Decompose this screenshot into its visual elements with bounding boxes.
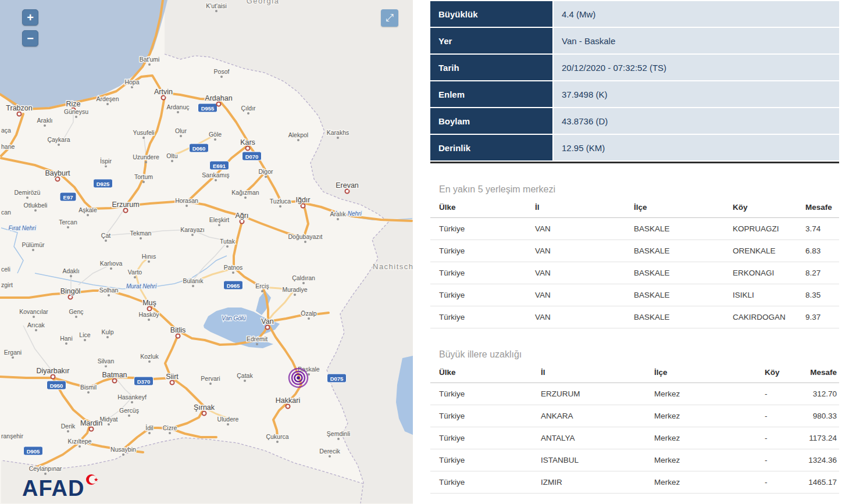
town-marker (304, 241, 306, 243)
place-label: Mardin (80, 419, 102, 427)
table-cell: ERZURUM (532, 383, 645, 405)
water-label: Murat Nehri (126, 283, 157, 289)
fullscreen-button[interactable]: ⤢ (381, 9, 398, 27)
city-marker (176, 334, 180, 338)
place-label: İspir (100, 158, 112, 165)
detail-row: Enlem37.9498 (K) (430, 81, 839, 107)
town-marker (87, 214, 89, 216)
place-label: Aşkale (79, 206, 97, 213)
table-cell: 6.83 (797, 240, 839, 262)
table-cell: Türkiye (430, 262, 526, 284)
place-label: Uludere (217, 416, 239, 423)
place-label: Hakkari (276, 396, 300, 405)
table-cell: - (756, 471, 808, 494)
place-label: Çaldıran (292, 274, 315, 281)
table-cell: - (756, 449, 808, 471)
place-label: Bismil (80, 384, 97, 391)
table-cell: ISTANBUL (532, 449, 645, 471)
place-label: Edremit (247, 335, 267, 342)
city-marker (90, 427, 94, 431)
epicenter-marker[interactable] (289, 369, 308, 387)
table-cell: VAN (526, 262, 625, 284)
town-marker (58, 144, 60, 146)
table-cell: Türkiye (430, 471, 532, 494)
town-marker (308, 317, 310, 320)
table-cell: VAN (526, 240, 625, 262)
town-marker (148, 260, 150, 263)
place-label: Kulp (101, 328, 113, 335)
town-marker (209, 383, 212, 385)
place-label: Digor (258, 168, 273, 175)
place-label: Hasköy (138, 311, 159, 318)
table-row: TürkiyeVANBASKALEERKONAGI8.27 (430, 262, 839, 284)
zoom-controls: + − (22, 9, 38, 47)
town-marker (265, 176, 267, 178)
place-label: Ağrı (236, 212, 249, 220)
road-shield-label: D070 (245, 153, 259, 160)
town-marker (108, 423, 110, 426)
table-cell: Türkiye (430, 240, 526, 262)
place-label: İdil (145, 424, 153, 431)
major-section-title: Büyük illere uzaklığı (439, 349, 839, 360)
place-label: Silvan (98, 358, 115, 364)
table-cell: 980.33 (808, 405, 839, 427)
town-marker (44, 473, 47, 475)
town-marker (169, 432, 171, 434)
town-marker (337, 218, 339, 220)
table-cell: 9.37 (797, 306, 839, 328)
table-row: TürkiyeVANBASKALEORENKALE6.83 (430, 240, 839, 262)
city-marker (51, 375, 55, 379)
place-label: Araklı (37, 117, 53, 124)
place-label: Göle (209, 131, 222, 138)
zoom-in-button[interactable]: + (22, 9, 38, 26)
place-label: Ergani (4, 349, 22, 356)
table-cell: 1173.24 (808, 427, 839, 449)
city-marker (113, 379, 117, 383)
place-label: Midyat (100, 416, 118, 423)
place-label: Batman (102, 371, 127, 379)
town-marker (131, 86, 133, 88)
town-marker (106, 103, 109, 105)
table-cell: Türkiye (430, 306, 526, 328)
place-label: Çukurca (266, 433, 288, 440)
town-marker (186, 205, 188, 207)
town-marker (142, 181, 145, 183)
column-header: İl (526, 197, 625, 218)
column-header: Köy (756, 362, 808, 383)
table-cell: BASKALE (625, 306, 724, 328)
map[interactable]: D955D060D070E691D925E97D965D950D370D905D… (0, 0, 413, 504)
town-marker (84, 339, 86, 341)
place-label: Horasan (175, 197, 198, 204)
town-marker (256, 343, 258, 345)
earthquake-summary: Büyüklük4.4 (Mw)YerVan - BaskaleTarih20/… (430, 0, 839, 163)
town-marker (134, 276, 136, 278)
zoom-out-button[interactable]: − (22, 30, 38, 47)
town-marker (337, 137, 339, 139)
place-label: Demirözü (15, 189, 41, 196)
town-marker (34, 209, 37, 212)
place-label: Bingöl (60, 287, 81, 295)
place-label: Tekman (130, 230, 152, 237)
town-marker (32, 249, 34, 251)
place-label: Yusufeli (133, 129, 155, 136)
place-label: Tuzluca (270, 198, 291, 205)
town-marker (122, 453, 124, 456)
town-marker (180, 135, 182, 137)
place-label: Diyarbakır (37, 367, 70, 375)
column-header: Ülke (430, 197, 526, 218)
table-row: TürkiyeVANBASKALEISIKLI8.35 (430, 284, 839, 306)
afad-logo: AFAD (22, 477, 99, 499)
place-label: Artvin (154, 88, 173, 96)
table-cell: BASKALE (625, 262, 724, 284)
earthquake-detail-page: D955D060D070E691D925E97D965D950D370D905D… (0, 0, 849, 504)
place-label: hane (1, 143, 15, 150)
detail-value: Van - Baskale (554, 28, 839, 53)
city-marker (17, 112, 22, 116)
nearest-settlements-table: ÜlkeİlİlçeKöyMesafeTürkiyeVANBASKALEKOPR… (430, 197, 839, 328)
town-marker (171, 160, 173, 162)
road-shield-label: D075 (330, 376, 344, 382)
town-marker (226, 245, 229, 248)
detail-label: Büyüklük (430, 1, 554, 27)
detail-value: 4.4 (Mw) (554, 1, 839, 27)
table-cell: BASKALE (625, 284, 724, 306)
